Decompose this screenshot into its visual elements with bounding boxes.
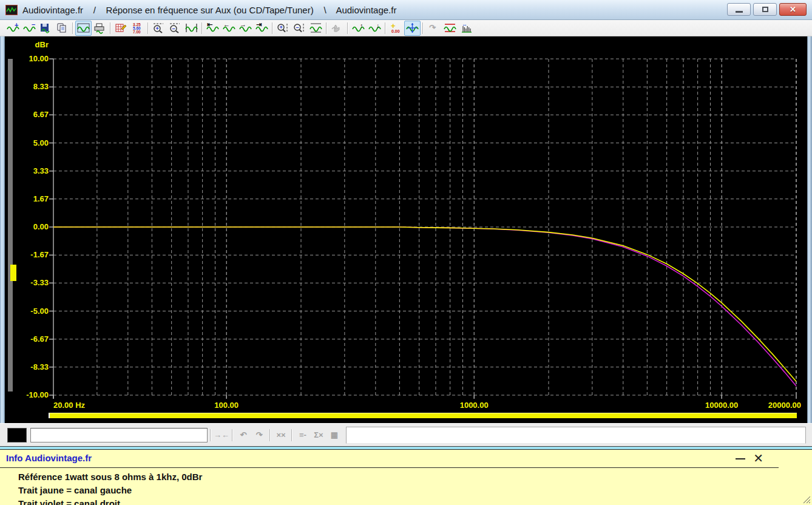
info-line: Trait jaune = canal gauche xyxy=(18,485,132,495)
svg-text:→: → xyxy=(240,22,246,28)
wave-fit-icon xyxy=(309,22,323,34)
x-tick-label: 100.00 xyxy=(214,401,239,410)
svg-text:↔: ↔ xyxy=(462,22,467,27)
main-toolbar: +–3.255.607.00+–⇤←→⇥+–↑↓+0.00↷↔ xyxy=(0,20,812,36)
info-panel-title: Info Audiovintage.fr xyxy=(6,453,92,463)
y-tick-label: -5.00 xyxy=(11,307,49,316)
zoom-in-horizontal-button[interactable]: + xyxy=(151,21,167,36)
svg-text:←: ← xyxy=(223,22,230,28)
info-close-icon[interactable]: ✕ xyxy=(753,451,763,466)
x-tick-label: 20000.00 xyxy=(768,401,801,410)
save-icon xyxy=(39,22,53,34)
undo-button: ↶ xyxy=(235,428,251,442)
window-title: Audiovintage.fr / Réponse en fréquence s… xyxy=(22,5,396,15)
comb-icon: ↔ xyxy=(459,22,473,34)
copy-button[interactable] xyxy=(54,21,70,36)
fit-vertical-button[interactable] xyxy=(308,21,324,36)
zoom-out-vertical-button[interactable]: – xyxy=(291,21,308,36)
svg-text:+: + xyxy=(15,22,18,29)
pan-curve-button xyxy=(329,21,345,36)
wave-box-icon xyxy=(76,22,90,34)
scroll-left-button[interactable]: ← xyxy=(221,21,237,36)
wave-arrow-icon: → xyxy=(239,22,252,34)
arrow-gray-icon: ↷ xyxy=(427,22,441,34)
edit-values-button[interactable] xyxy=(113,21,129,36)
zoom-h-in-icon: + xyxy=(152,22,166,34)
wave-bars-icon xyxy=(184,22,198,34)
add-curve-button[interactable]: + xyxy=(5,21,21,36)
svg-text:–: – xyxy=(32,22,35,28)
color-swatch[interactable] xyxy=(7,428,27,442)
redo-button: ↷ xyxy=(251,428,267,442)
wave-minus-icon: – xyxy=(22,22,36,34)
table-edit-icon xyxy=(114,22,128,34)
limit-lines-button[interactable] xyxy=(442,21,458,36)
shift-curve-up-button[interactable]: ↑ xyxy=(350,21,367,36)
list-values-button: ≡- xyxy=(295,428,311,442)
spectrum-button[interactable]: ↔ xyxy=(458,21,475,36)
wave-redlines-icon xyxy=(443,22,457,34)
svg-text:–: – xyxy=(172,25,175,32)
resize-grip-icon[interactable] xyxy=(801,494,811,504)
scroll-right-end-button[interactable]: ⇥ xyxy=(254,21,270,36)
zero-reference-button[interactable]: +0.00 xyxy=(388,21,404,36)
bottom-toolbar: →←↶↷××≡-Σ×▦ xyxy=(0,423,812,446)
crosshair-icon xyxy=(405,22,419,34)
svg-text:↓: ↓ xyxy=(376,22,380,29)
y-tick-label: 10.00 xyxy=(11,54,49,63)
y-tick-label: 8.33 xyxy=(11,82,49,91)
show-curves-button[interactable] xyxy=(75,21,92,36)
print-icon xyxy=(93,22,107,34)
wave-arrow-icon: ⇥ xyxy=(255,22,269,34)
wave-arrow-icon: ⇤ xyxy=(206,22,220,34)
subtract-curve-button[interactable]: – xyxy=(21,21,38,36)
print-curve-button[interactable] xyxy=(92,21,108,36)
save-curve-button[interactable] xyxy=(38,21,54,36)
svg-text:7.00: 7.00 xyxy=(133,30,141,34)
y-tick-label: -6.67 xyxy=(11,334,49,344)
wave-plus-icon: + xyxy=(6,22,20,34)
scroll-right-button[interactable]: → xyxy=(237,21,254,36)
values-list-button[interactable]: 3.255.607.00 xyxy=(129,21,146,36)
y-tick-label: 3.33 xyxy=(11,166,49,175)
zoom-h-out-icon: – xyxy=(168,22,182,34)
svg-text:↷: ↷ xyxy=(429,23,436,32)
wave-arrow-icon: ↓ xyxy=(368,22,382,34)
values-icon: 3.255.607.00 xyxy=(130,22,144,34)
info-line: Trait violet = canal droit xyxy=(18,498,120,505)
y-tick-label: 6.67 xyxy=(11,110,49,119)
statistics-button: ▦ xyxy=(326,428,342,442)
status-panel xyxy=(346,427,806,444)
x-tick-label: 20.00 Hz xyxy=(53,401,85,410)
app-icon xyxy=(5,5,18,15)
zoom-in-vertical-button[interactable]: + xyxy=(275,21,291,36)
scroll-left-end-button[interactable]: ⇤ xyxy=(205,21,221,36)
fit-horizontal-button[interactable] xyxy=(183,21,200,36)
svg-text:–: – xyxy=(296,24,299,30)
zero-icon: +0.00 xyxy=(389,22,403,34)
close-button[interactable]: ✕ xyxy=(779,3,807,16)
zoom-v-in-icon: + xyxy=(276,22,290,34)
svg-text:+: + xyxy=(156,25,159,32)
transform-button: ↷ xyxy=(425,21,442,36)
y-tick-label: -8.33 xyxy=(11,362,49,371)
x-tick-label: 1000.00 xyxy=(460,401,489,410)
zoom-out-horizontal-button[interactable]: – xyxy=(167,21,183,36)
svg-text:⇥: ⇥ xyxy=(256,22,262,28)
info-minimize-icon[interactable] xyxy=(736,458,745,459)
copy-icon xyxy=(55,22,69,34)
horizontal-scrollbar[interactable] xyxy=(49,413,797,418)
title-bar: Audiovintage.fr / Réponse en fréquence s… xyxy=(0,0,812,20)
wave-arrow-icon: ← xyxy=(222,22,236,34)
comment-input[interactable] xyxy=(30,428,208,442)
merge-points-button: →← xyxy=(214,428,229,442)
bottom-toolbar-icons: →←↶↷××≡-Σ×▦ xyxy=(214,428,342,442)
info-panel: Info Audiovintage.fr ✕ Référence 1watt s… xyxy=(0,450,812,505)
y-tick-label: -3.33 xyxy=(11,278,49,287)
maximize-button[interactable] xyxy=(753,3,777,16)
minimize-button[interactable] xyxy=(727,3,751,16)
crosshair-tool-button[interactable] xyxy=(404,21,421,36)
shift-curve-down-button[interactable]: ↓ xyxy=(367,21,383,36)
plot-canvas[interactable]: dBr 10.008.336.675.003.331.670.00-1.67-3… xyxy=(5,36,807,423)
y-tick-label: 0.00 xyxy=(11,222,49,231)
